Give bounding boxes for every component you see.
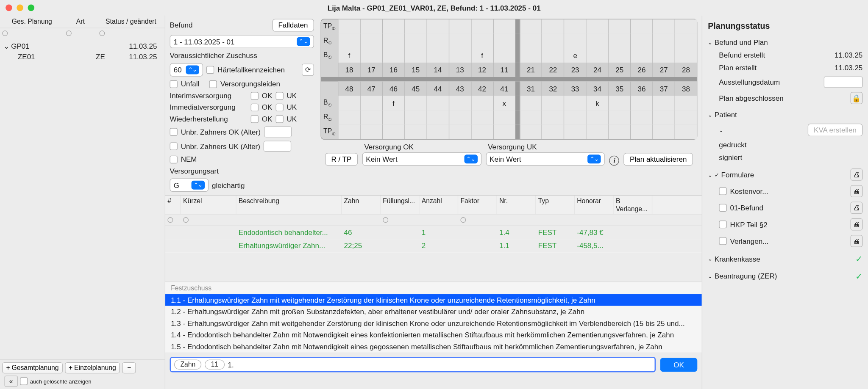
- tooth-cell-21[interactable]: [520, 19, 542, 34]
- ausstellungsdatum-input[interactable]: [824, 77, 863, 88]
- tooth-cell-43[interactable]: 43: [448, 81, 470, 96]
- filter-circle[interactable]: [99, 30, 105, 36]
- remove-button[interactable]: −: [122, 362, 136, 373]
- filter-circle[interactable]: [66, 30, 72, 36]
- tooth-cell-13[interactable]: [448, 48, 470, 63]
- wieder-uk-checkbox[interactable]: [275, 115, 283, 123]
- tooth-cell-41[interactable]: [493, 125, 515, 139]
- tooth-cell-25[interactable]: 25: [608, 63, 630, 77]
- col-status[interactable]: Status / geändert: [97, 16, 165, 28]
- tooth-cell-17[interactable]: [360, 48, 382, 63]
- tooth-cell-34[interactable]: [586, 110, 608, 124]
- interim-uk-checkbox[interactable]: [275, 92, 283, 99]
- tooth-cell-18[interactable]: [338, 34, 360, 48]
- table-row[interactable]: Erhaltungswürdiger Zahn...22;2521.1FEST-…: [165, 239, 702, 252]
- tooth-cell-44[interactable]: [426, 125, 448, 139]
- tooth-cell-38[interactable]: [675, 96, 697, 110]
- tooth-cell-21[interactable]: [520, 48, 542, 63]
- table-row[interactable]: Endodontisch behandelter...4611.4FEST-47…: [165, 226, 702, 239]
- tooth-cell-33[interactable]: 33: [564, 81, 586, 96]
- versorgungsart-select[interactable]: G ⌃⌄: [170, 178, 209, 191]
- tooth-cell-27[interactable]: [652, 19, 674, 34]
- tooth-cell-14[interactable]: [426, 34, 448, 48]
- tooth-cell-47[interactable]: [360, 110, 382, 124]
- tooth-cell-23[interactable]: e: [564, 48, 586, 63]
- tooth-cell-23[interactable]: 23: [564, 63, 586, 77]
- unbr-ok-checkbox[interactable]: [170, 128, 178, 135]
- tooth-cell-24[interactable]: [586, 48, 608, 63]
- tooth-cell-42[interactable]: 42: [471, 81, 493, 96]
- tooth-cell-15[interactable]: [404, 19, 426, 34]
- tooth-cell-35[interactable]: [608, 125, 630, 139]
- tooth-cell-15[interactable]: 15: [404, 63, 426, 77]
- tooth-cell-35[interactable]: [608, 96, 630, 110]
- tooth-cell-28[interactable]: [675, 48, 697, 63]
- tooth-cell-31[interactable]: [520, 96, 542, 110]
- tooth-cell-32[interactable]: 32: [542, 81, 564, 96]
- tooth-cell-25[interactable]: [608, 19, 630, 34]
- tooth-cell-32[interactable]: [542, 110, 564, 124]
- tooth-cell-42[interactable]: [471, 96, 493, 110]
- filter-circle[interactable]: [2, 30, 8, 36]
- tooth-cell-11[interactable]: [493, 48, 515, 63]
- tooth-cell-46[interactable]: f: [382, 96, 404, 110]
- tooth-cell-21[interactable]: 21: [520, 63, 542, 77]
- tooth-cell-23[interactable]: [564, 19, 586, 34]
- krankenkasse-section[interactable]: ⌄Krankenkasse✓: [708, 251, 862, 266]
- tooth-cell-47[interactable]: 47: [360, 81, 382, 96]
- tooth-cell-45[interactable]: [404, 110, 426, 124]
- tooth-cell-46[interactable]: 46: [382, 81, 404, 96]
- tooth-cell-17[interactable]: 17: [360, 63, 382, 77]
- dropdown-item[interactable]: 1.2 - Erhaltungswürdiger Zahn mit großen…: [165, 306, 702, 317]
- immediat-ok-checkbox[interactable]: [251, 103, 259, 111]
- col-ges-planung[interactable]: Ges. Planung: [0, 16, 64, 28]
- tooth-cell-34[interactable]: [586, 125, 608, 139]
- tooth-cell-25[interactable]: [608, 48, 630, 63]
- tooth-cell-36[interactable]: [630, 110, 652, 124]
- tooth-cell-45[interactable]: [404, 96, 426, 110]
- filter-circle[interactable]: [460, 217, 466, 223]
- print-icon[interactable]: 🖨: [851, 185, 863, 197]
- tooth-cell-12[interactable]: [471, 19, 493, 34]
- kostenvor-checkbox[interactable]: [719, 187, 726, 195]
- tooth-cell-23[interactable]: [564, 34, 586, 48]
- info-icon[interactable]: i: [609, 156, 620, 166]
- unbr-ok-input[interactable]: [264, 126, 292, 137]
- tooth-cell-18[interactable]: f: [338, 48, 360, 63]
- tooth-cell-28[interactable]: 28: [675, 63, 697, 77]
- tooth-cell-46[interactable]: [382, 110, 404, 124]
- zuschuss-stepper[interactable]: 60 ⌃⌄: [170, 63, 203, 76]
- befund-plan-section[interactable]: ⌄Befund und Plan: [708, 36, 862, 49]
- dropdown-item[interactable]: 1.3 - Erhaltungswürdiger Zahn mit weitge…: [165, 317, 702, 329]
- code-input[interactable]: [228, 360, 651, 369]
- formulare-section[interactable]: ⌄✓Formulare🖨: [708, 166, 862, 183]
- tooth-cell-46[interactable]: [382, 125, 404, 139]
- tooth-cell-37[interactable]: [652, 96, 674, 110]
- tooth-cell-26[interactable]: [630, 19, 652, 34]
- col-art[interactable]: Art: [64, 16, 97, 28]
- tooth-cell-26[interactable]: 26: [630, 63, 652, 77]
- tooth-cell-47[interactable]: [360, 125, 382, 139]
- immediat-uk-checkbox[interactable]: [275, 103, 283, 111]
- tooth-cell-48[interactable]: [338, 125, 360, 139]
- tooth-cell-13[interactable]: [448, 19, 470, 34]
- print-icon[interactable]: 🖨: [851, 201, 863, 214]
- tooth-cell-16[interactable]: [382, 48, 404, 63]
- tooth-cell-48[interactable]: [338, 110, 360, 124]
- befund-select[interactable]: 1 - 11.03.2025 - 01 ⌃⌄: [170, 35, 314, 48]
- tooth-cell-41[interactable]: 41: [493, 81, 515, 96]
- print-icon[interactable]: 🖨: [851, 235, 863, 247]
- unbr-uk-input[interactable]: [264, 141, 291, 152]
- tooth-cell-42[interactable]: [471, 110, 493, 124]
- beantragung-section[interactable]: ⌄Beantragung (ZER)✓: [708, 269, 862, 284]
- rtp-button[interactable]: R / TP: [325, 153, 358, 166]
- tooth-cell-15[interactable]: [404, 34, 426, 48]
- nem-checkbox[interactable]: [170, 155, 178, 163]
- tooth-cell-22[interactable]: [542, 19, 564, 34]
- tooth-cell-37[interactable]: [652, 125, 674, 139]
- tooth-cell-26[interactable]: [630, 48, 652, 63]
- versorgung-uk-select[interactable]: Kein Wert ⌃⌄: [486, 152, 605, 166]
- main-input-wrapper[interactable]: Zahn 11: [170, 357, 656, 372]
- tooth-cell-25[interactable]: [608, 34, 630, 48]
- tooth-cell-28[interactable]: [675, 34, 697, 48]
